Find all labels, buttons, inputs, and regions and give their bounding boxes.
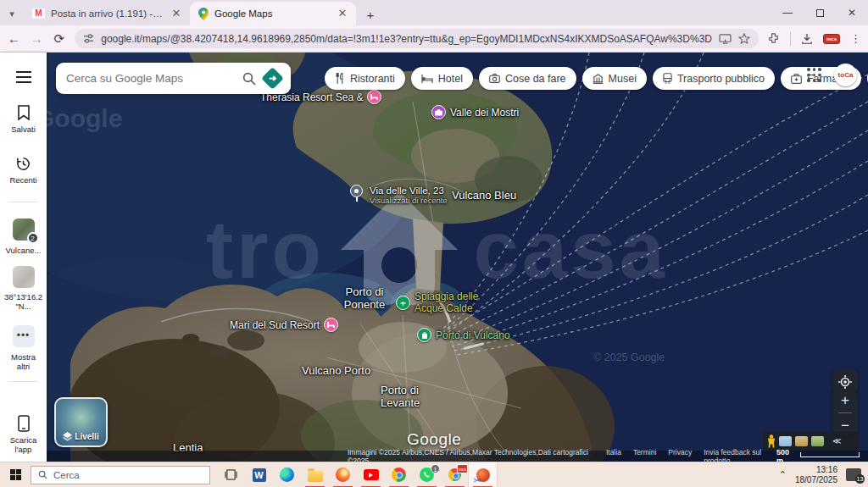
sidebar-item-salvati[interactable]: Salvati bbox=[0, 105, 47, 134]
menu-hamburger-icon[interactable] bbox=[0, 71, 47, 83]
forward-icon[interactable]: → bbox=[30, 31, 44, 46]
pegman-icon[interactable] bbox=[767, 434, 776, 448]
window-minimize-button[interactable]: — bbox=[771, 0, 804, 25]
poi-porto-di-vulcano[interactable]: Porto di Vulcano bbox=[417, 328, 510, 342]
window-close-button[interactable]: ✕ bbox=[836, 0, 868, 25]
hotel-poi-icon bbox=[324, 318, 338, 332]
zoom-controls: + − bbox=[832, 390, 858, 436]
windows-logo-icon bbox=[10, 469, 21, 480]
task-view-icon bbox=[225, 469, 237, 480]
notification-center-icon[interactable]: 13 bbox=[846, 468, 861, 481]
chip-musei[interactable]: Musei bbox=[582, 67, 647, 90]
taskbar-chrome-button[interactable] bbox=[385, 462, 413, 487]
imagery-thumbnail[interactable] bbox=[811, 436, 824, 446]
sidebar-item-vulcane[interactable]: 2 Vulcane... bbox=[0, 219, 47, 255]
browser-menu-kebab-icon[interactable]: ⋮ bbox=[850, 32, 861, 45]
send-to-device-icon[interactable] bbox=[719, 34, 732, 44]
recent-place-marker[interactable] bbox=[350, 185, 364, 198]
map-canvas[interactable]: Google bbox=[47, 53, 868, 462]
taskbar-edge-button[interactable] bbox=[273, 462, 301, 487]
locate-icon bbox=[838, 375, 852, 389]
attribution-text: Immagini ©2025 Airbus,CNES / Airbus,Maxa… bbox=[348, 448, 593, 462]
taskbar-snipping-button[interactable] bbox=[469, 462, 497, 487]
start-button[interactable] bbox=[0, 462, 31, 487]
notification-badge: 13 bbox=[855, 474, 865, 484]
task-view-button[interactable] bbox=[217, 462, 245, 487]
tab-close-icon[interactable]: ✕ bbox=[170, 7, 183, 20]
word-icon: W bbox=[253, 468, 266, 482]
search-icon[interactable] bbox=[242, 72, 256, 86]
scale-bar bbox=[800, 452, 860, 457]
copyright-watermark: © 2025 Google bbox=[593, 351, 665, 363]
window-restore-button[interactable] bbox=[804, 0, 836, 25]
link-feedback[interactable]: Invia feedback sul prodotto bbox=[704, 448, 776, 462]
mcafee-badge: mcs bbox=[457, 464, 468, 473]
chip-ristoranti[interactable]: Ristoranti bbox=[325, 67, 405, 90]
screen: ▾ M Posta in arrivo (1.191) - sottoca ✕ … bbox=[0, 0, 868, 487]
label-porto-di-ponente: Porto di Ponente bbox=[326, 285, 403, 311]
taskbar-youtube-button[interactable] bbox=[357, 462, 385, 487]
sidebar-item-mostra-altri[interactable]: ••• Mostra altri bbox=[0, 325, 47, 371]
download-icon[interactable] bbox=[801, 33, 813, 45]
chip-trasporto-pubblico[interactable]: Trasporto pubblico bbox=[653, 67, 775, 90]
poi-spiaggia-acque-calde[interactable]: Spiaggia delle Acque Calde bbox=[396, 291, 478, 314]
zoom-in-button[interactable]: + bbox=[841, 392, 849, 409]
taskbar-firefox-button[interactable] bbox=[329, 462, 357, 487]
taskbar-explorer-button[interactable] bbox=[301, 462, 329, 487]
back-icon[interactable]: ← bbox=[7, 31, 21, 46]
tab-close-icon[interactable]: ✕ bbox=[336, 7, 349, 20]
directions-button[interactable]: ➜ bbox=[261, 67, 284, 90]
link-termini[interactable]: Termini bbox=[633, 448, 656, 462]
taskbar-search-input[interactable] bbox=[53, 470, 181, 480]
time: 13:16 bbox=[795, 465, 837, 475]
phone-icon bbox=[18, 415, 30, 432]
tray-chevron-icon[interactable]: ⌃ bbox=[779, 469, 787, 480]
taskbar-search-box[interactable] bbox=[31, 466, 210, 484]
taskbar-word-button[interactable]: W bbox=[245, 462, 273, 487]
google-apps-grid-icon[interactable] bbox=[807, 68, 821, 82]
poi-via-delle-ville[interactable]: Via delle Ville, 23 Visualizzati di rece… bbox=[370, 185, 448, 205]
windows-taskbar: W 1 mcs ⌃ 13:16 18/07/2025 13 bbox=[0, 462, 868, 487]
maps-search-box[interactable]: ➜ bbox=[56, 63, 291, 94]
chip-cose-da-fare[interactable]: Cose da fare bbox=[479, 67, 576, 90]
tab-title: Posta in arrivo (1.191) - sottoca bbox=[51, 8, 164, 19]
layers-button[interactable]: Livelli bbox=[54, 397, 108, 447]
address-bar[interactable]: google.it/maps/@38.4207418,14.9618969,28… bbox=[75, 29, 759, 48]
site-settings-icon[interactable] bbox=[83, 33, 94, 44]
bus-icon bbox=[663, 73, 672, 84]
label-vulcano-bleu: Vulcano Bleu bbox=[452, 189, 516, 202]
bookmark-star-icon[interactable] bbox=[738, 33, 750, 45]
tab-google-maps[interactable]: Google Maps ✕ bbox=[190, 2, 356, 25]
history-icon bbox=[15, 156, 31, 172]
profile-avatar[interactable]: toCa bbox=[834, 64, 857, 86]
new-tab-button[interactable]: + bbox=[359, 3, 381, 25]
taskbar-whatsapp-button[interactable]: 1 bbox=[413, 462, 441, 487]
whatsapp-badge: 1 bbox=[431, 464, 440, 473]
poi-valle-dei-mostri[interactable]: Valle dei Mostri bbox=[431, 105, 519, 119]
extensions-icon[interactable] bbox=[767, 32, 780, 45]
link-privacy[interactable]: Privacy bbox=[668, 448, 692, 462]
sidebar-item-coordinates[interactable]: 38°13'16.2 "N... bbox=[0, 266, 47, 311]
taskbar-clock[interactable]: 13:16 18/07/2025 bbox=[795, 465, 837, 485]
date: 18/07/2025 bbox=[795, 475, 837, 485]
beach-poi-icon bbox=[396, 296, 410, 310]
maps-search-input[interactable] bbox=[66, 72, 234, 85]
svg-text:Google: Google bbox=[47, 104, 122, 132]
reload-icon[interactable]: ⟳ bbox=[53, 31, 67, 47]
tab-gmail[interactable]: M Posta in arrivo (1.191) - sottoca ✕ bbox=[24, 2, 190, 25]
poi-mari-del-sud[interactable]: Mari del Sud Resort bbox=[230, 318, 338, 332]
mcafee-extension-icon[interactable]: mcs bbox=[823, 34, 840, 44]
chip-hotel[interactable]: Hotel bbox=[411, 67, 473, 90]
taskbar-chrome2-button[interactable]: mcs bbox=[441, 462, 469, 487]
tab-search-chevron-icon[interactable]: ▾ bbox=[0, 2, 24, 25]
place-thumbnail: 2 bbox=[13, 219, 35, 241]
imagery-thumbnail[interactable] bbox=[779, 436, 792, 446]
sidebar-item-scarica-app[interactable]: Scarica l'app bbox=[0, 415, 47, 454]
category-chips: Ristoranti Hotel Cose da fare bbox=[325, 67, 868, 90]
link-italia[interactable]: Italia bbox=[606, 448, 621, 462]
imagery-thumbnail[interactable] bbox=[795, 436, 808, 446]
collapse-chevron-icon[interactable]: ≪ bbox=[832, 436, 841, 445]
sidebar-item-recenti[interactable]: Recenti bbox=[0, 156, 47, 185]
more-dots-icon: ••• bbox=[13, 325, 35, 347]
camera-icon bbox=[489, 74, 500, 83]
